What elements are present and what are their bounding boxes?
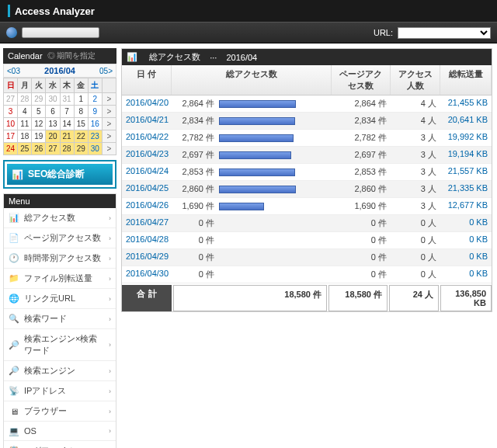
date-link[interactable]: 2016/04/30	[122, 266, 172, 283]
menu-title: Menu	[4, 194, 116, 208]
menu-icon: 🖥	[9, 406, 19, 417]
date-link[interactable]: 2016/04/23	[122, 147, 172, 163]
chevron-right-icon: ›	[109, 341, 111, 349]
date-link[interactable]: 2016/04/25	[122, 181, 172, 197]
date-link[interactable]: 2016/04/28	[122, 232, 172, 248]
menu-icon: 💻	[9, 425, 19, 436]
total-row: 合 計 18,580 件 18,580 件 24 人 136,850 KB	[122, 285, 492, 311]
table-row: 2016/04/300 件0 件0 人0 KB	[122, 266, 492, 283]
calendar-panel: Calendar◎ 期間を指定 <032016/0405> 日月火水木金土 27…	[3, 48, 116, 155]
menu-item[interactable]: 📁ファイル別転送量›	[4, 269, 116, 289]
calendar-table: 日月火水木金土 272829303112> 3456789> 101112131…	[3, 78, 116, 155]
cal-next[interactable]: 05>	[99, 67, 113, 75]
table-row: 2016/04/280 件0 件0 人0 KB	[122, 232, 492, 249]
date-link[interactable]: 2016/04/27	[122, 215, 172, 231]
site-selector[interactable]	[22, 27, 99, 38]
chevron-right-icon: ›	[109, 295, 111, 303]
chart-title: 総アクセス数	[149, 51, 200, 63]
date-link[interactable]: 2016/04/24	[122, 164, 172, 180]
date-link[interactable]: 2016/04/26	[122, 198, 172, 214]
chevron-right-icon: ›	[109, 427, 111, 435]
chart-panel: 📊 総アクセス数 ··· 2016/04 日 付 総アクセス数 ページアクセス数…	[121, 48, 492, 312]
menu-icon: 🔍	[9, 314, 19, 325]
bar-chart-icon: 📊	[127, 52, 137, 62]
menu-item[interactable]: 🕐時間帯別アクセス数›	[4, 248, 116, 269]
chevron-right-icon: ›	[109, 367, 111, 375]
url-label: URL:	[374, 28, 393, 37]
chevron-right-icon: ›	[109, 275, 111, 283]
table-row: 2016/04/222,782 件2,782 件3 人19,992 KB	[122, 130, 492, 147]
date-link[interactable]: 2016/04/22	[122, 130, 172, 146]
date-link[interactable]: 2016/04/21	[122, 113, 172, 129]
calendar-option[interactable]: ◎ 期間を指定	[47, 50, 96, 61]
menu-item[interactable]: 💻OS›	[4, 422, 116, 441]
chevron-right-icon: ›	[109, 408, 111, 415]
table-row: 2016/04/202,864 件2,864 件4 人21,455 KB	[122, 96, 492, 113]
menu-item[interactable]: 📡IPアドレス›	[4, 381, 116, 401]
chevron-right-icon: ›	[109, 214, 111, 222]
seo-button[interactable]: 📊SEO総合診断	[3, 160, 116, 189]
date-link[interactable]: 2016/04/20	[122, 96, 172, 112]
app-title: Access Analyzer	[15, 5, 95, 17]
table-row: 2016/04/290 件0 件0 人0 KB	[122, 249, 492, 266]
calendar-title: Calendar	[8, 51, 43, 61]
titlebar: Access Analyzer	[0, 0, 497, 22]
cal-month: 2016/04	[44, 66, 75, 75]
menu-item[interactable]: 🌐リンク元URL›	[4, 289, 116, 309]
table-row: 2016/04/252,860 件2,860 件3 人21,335 KB	[122, 181, 492, 198]
menu-item[interactable]: 🔎検索エンジン›	[4, 361, 116, 381]
table-row: 2016/04/212,834 件2,834 件4 人20,641 KB	[122, 113, 492, 130]
url-select[interactable]	[398, 27, 491, 39]
chevron-right-icon: ›	[109, 387, 111, 395]
top-toolbar: URL:	[0, 22, 497, 43]
menu-icon: 📋	[9, 446, 19, 449]
grid-header: 日 付 総アクセス数 ページアクセス数 アクセス人数 総転送量	[122, 65, 492, 96]
menu-panel: Menu 📊総アクセス数›📄ページ別アクセス数›🕐時間帯別アクセス数›📁ファイル…	[3, 193, 116, 448]
menu-icon: 📊	[9, 213, 19, 224]
menu-item[interactable]: 🔎検索エンジン×検索ワード›	[4, 329, 116, 361]
menu-icon: 🔎	[9, 339, 19, 350]
menu-icon: 🌐	[9, 293, 19, 304]
table-row: 2016/04/270 件0 件0 人0 KB	[122, 215, 492, 232]
chart-period: 2016/04	[226, 53, 257, 62]
menu-icon: 📁	[9, 273, 19, 284]
table-row: 2016/04/232,697 件2,697 件3 人19,194 KB	[122, 147, 492, 164]
date-link[interactable]: 2016/04/29	[122, 249, 172, 266]
chevron-right-icon: ›	[109, 315, 111, 323]
globe-icon	[6, 27, 17, 38]
title-accent	[8, 5, 10, 17]
menu-item[interactable]: 🔍検索ワード›	[4, 309, 116, 329]
menu-icon: 🕐	[9, 253, 19, 264]
cal-prev[interactable]: <03	[7, 67, 20, 75]
menu-item[interactable]: 📋ログファイル›	[4, 441, 116, 448]
menu-item[interactable]: 🖥ブラウザー›	[4, 401, 116, 422]
menu-icon: 📡	[9, 386, 19, 397]
table-row: 2016/04/261,690 件1,690 件3 人12,677 KB	[122, 198, 492, 215]
menu-icon: 🔎	[9, 366, 19, 377]
chevron-right-icon: ›	[109, 255, 111, 262]
menu-item[interactable]: 📄ページ別アクセス数›	[4, 228, 116, 248]
chevron-right-icon: ›	[109, 234, 111, 242]
menu-item[interactable]: 📊総アクセス数›	[4, 208, 116, 228]
table-row: 2016/04/242,853 件2,853 件3 人21,557 KB	[122, 164, 492, 181]
menu-icon: 📄	[9, 233, 19, 244]
chart-icon: 📊	[12, 169, 23, 180]
